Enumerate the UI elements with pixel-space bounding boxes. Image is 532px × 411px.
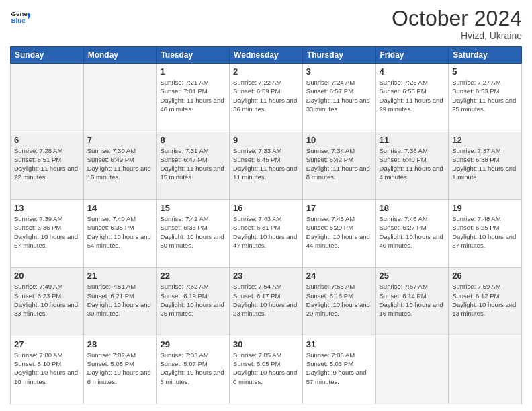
header: General Blue October 2024 Hvizd, Ukraine: [10, 7, 522, 41]
calendar-cell: 15Sunrise: 7:42 AMSunset: 6:33 PMDayligh…: [157, 199, 230, 267]
day-info: Sunrise: 7:52 AMSunset: 6:19 PMDaylight:…: [160, 282, 226, 318]
day-number: 29: [160, 339, 226, 349]
calendar-cell: 20Sunrise: 7:49 AMSunset: 6:23 PMDayligh…: [11, 268, 84, 336]
weekday-header-tuesday: Tuesday: [157, 47, 230, 64]
calendar-cell: 4Sunrise: 7:25 AMSunset: 6:55 PMDaylight…: [375, 64, 449, 132]
day-number: 8: [160, 135, 226, 145]
calendar-cell: 2Sunrise: 7:22 AMSunset: 6:59 PMDaylight…: [230, 64, 303, 132]
day-number: 4: [380, 66, 445, 77]
calendar-cell: 11Sunrise: 7:36 AMSunset: 6:40 PMDayligh…: [375, 132, 449, 199]
calendar-cell: 21Sunrise: 7:51 AMSunset: 6:21 PMDayligh…: [83, 268, 157, 336]
calendar-cell: 1Sunrise: 7:21 AMSunset: 7:01 PMDaylight…: [157, 64, 230, 132]
calendar-cell: 27Sunrise: 7:00 AMSunset: 5:10 PMDayligh…: [11, 336, 84, 404]
day-info: Sunrise: 7:59 AMSunset: 6:12 PMDaylight:…: [452, 282, 518, 318]
day-number: 22: [160, 271, 226, 281]
calendar-cell: 26Sunrise: 7:59 AMSunset: 6:12 PMDayligh…: [449, 268, 522, 336]
weekday-header-saturday: Saturday: [449, 47, 522, 64]
calendar-cell: 29Sunrise: 7:03 AMSunset: 5:07 PMDayligh…: [157, 336, 230, 404]
calendar-table: SundayMondayTuesdayWednesdayThursdayFrid…: [10, 46, 522, 404]
day-info: Sunrise: 7:28 AMSunset: 6:51 PMDaylight:…: [14, 146, 80, 182]
day-number: 31: [306, 339, 372, 349]
logo: General Blue: [10, 7, 30, 27]
day-info: Sunrise: 7:24 AMSunset: 6:57 PMDaylight:…: [306, 78, 372, 113]
day-info: Sunrise: 7:40 AMSunset: 6:35 PMDaylight:…: [87, 214, 153, 250]
calendar-cell: 3Sunrise: 7:24 AMSunset: 6:57 PMDaylight…: [302, 64, 375, 132]
day-number: 11: [380, 135, 445, 145]
day-info: Sunrise: 7:45 AMSunset: 6:29 PMDaylight:…: [306, 214, 372, 250]
calendar-cell: 24Sunrise: 7:55 AMSunset: 6:16 PMDayligh…: [302, 268, 375, 336]
day-number: 5: [452, 66, 518, 77]
day-number: 7: [87, 135, 153, 145]
page: General Blue October 2024 Hvizd, Ukraine…: [0, 0, 532, 411]
calendar-cell: 18Sunrise: 7:46 AMSunset: 6:27 PMDayligh…: [375, 199, 449, 267]
calendar-cell: 14Sunrise: 7:40 AMSunset: 6:35 PMDayligh…: [83, 199, 157, 267]
day-info: Sunrise: 7:42 AMSunset: 6:33 PMDaylight:…: [160, 214, 226, 250]
day-info: Sunrise: 7:36 AMSunset: 6:40 PMDaylight:…: [380, 146, 445, 182]
day-number: 2: [233, 66, 299, 77]
day-number: 28: [87, 339, 153, 349]
day-info: Sunrise: 7:05 AMSunset: 5:05 PMDaylight:…: [233, 351, 299, 386]
day-number: 21: [87, 271, 153, 281]
day-info: Sunrise: 7:22 AMSunset: 6:59 PMDaylight:…: [233, 78, 299, 113]
calendar-cell: 19Sunrise: 7:48 AMSunset: 6:25 PMDayligh…: [449, 199, 522, 267]
calendar-cell: [83, 64, 157, 132]
calendar-cell: 17Sunrise: 7:45 AMSunset: 6:29 PMDayligh…: [302, 199, 375, 267]
day-info: Sunrise: 7:37 AMSunset: 6:38 PMDaylight:…: [452, 146, 518, 182]
day-number: 19: [452, 203, 518, 213]
day-number: 17: [306, 203, 372, 213]
calendar-cell: 16Sunrise: 7:43 AMSunset: 6:31 PMDayligh…: [230, 199, 303, 267]
calendar-cell: 22Sunrise: 7:52 AMSunset: 6:19 PMDayligh…: [157, 268, 230, 336]
day-info: Sunrise: 7:06 AMSunset: 5:03 PMDaylight:…: [306, 351, 372, 386]
calendar-cell: 9Sunrise: 7:33 AMSunset: 6:45 PMDaylight…: [230, 132, 303, 199]
calendar-cell: 23Sunrise: 7:54 AMSunset: 6:17 PMDayligh…: [230, 268, 303, 336]
title-block: October 2024 Hvizd, Ukraine: [392, 7, 522, 41]
day-number: 3: [306, 66, 372, 77]
day-info: Sunrise: 7:00 AMSunset: 5:10 PMDaylight:…: [14, 351, 80, 386]
day-number: 18: [380, 203, 445, 213]
day-number: 26: [452, 271, 518, 281]
day-info: Sunrise: 7:03 AMSunset: 5:07 PMDaylight:…: [160, 351, 226, 386]
svg-text:General: General: [11, 10, 31, 17]
calendar-cell: 31Sunrise: 7:06 AMSunset: 5:03 PMDayligh…: [302, 336, 375, 404]
day-info: Sunrise: 7:31 AMSunset: 6:47 PMDaylight:…: [160, 146, 226, 182]
day-info: Sunrise: 7:02 AMSunset: 5:08 PMDaylight:…: [87, 351, 153, 386]
day-number: 10: [306, 135, 372, 145]
calendar-cell: 7Sunrise: 7:30 AMSunset: 6:49 PMDaylight…: [83, 132, 157, 199]
day-number: 25: [380, 271, 445, 281]
weekday-header-thursday: Thursday: [302, 47, 375, 64]
calendar-cell: 10Sunrise: 7:34 AMSunset: 6:42 PMDayligh…: [302, 132, 375, 199]
weekday-header-friday: Friday: [375, 47, 449, 64]
day-number: 6: [14, 135, 80, 145]
day-info: Sunrise: 7:46 AMSunset: 6:27 PMDaylight:…: [380, 214, 445, 250]
calendar-cell: [11, 64, 84, 132]
day-number: 15: [160, 203, 226, 213]
day-info: Sunrise: 7:43 AMSunset: 6:31 PMDaylight:…: [233, 214, 299, 250]
svg-text:Blue: Blue: [11, 17, 26, 24]
day-number: 30: [233, 339, 299, 349]
day-info: Sunrise: 7:39 AMSunset: 6:36 PMDaylight:…: [14, 214, 80, 250]
day-number: 24: [306, 271, 372, 281]
generalblue-logo-icon: General Blue: [10, 7, 30, 27]
day-number: 14: [87, 203, 153, 213]
calendar-cell: 13Sunrise: 7:39 AMSunset: 6:36 PMDayligh…: [11, 199, 84, 267]
day-number: 9: [233, 135, 299, 145]
day-info: Sunrise: 7:33 AMSunset: 6:45 PMDaylight:…: [233, 146, 299, 182]
calendar-cell: 8Sunrise: 7:31 AMSunset: 6:47 PMDaylight…: [157, 132, 230, 199]
day-info: Sunrise: 7:25 AMSunset: 6:55 PMDaylight:…: [380, 78, 445, 113]
day-info: Sunrise: 7:57 AMSunset: 6:14 PMDaylight:…: [380, 282, 445, 318]
subtitle: Hvizd, Ukraine: [392, 30, 522, 41]
day-number: 1: [160, 66, 226, 77]
calendar-cell: [375, 336, 449, 404]
calendar-cell: 25Sunrise: 7:57 AMSunset: 6:14 PMDayligh…: [375, 268, 449, 336]
calendar-cell: 12Sunrise: 7:37 AMSunset: 6:38 PMDayligh…: [449, 132, 522, 199]
day-number: 27: [14, 339, 80, 349]
day-info: Sunrise: 7:27 AMSunset: 6:53 PMDaylight:…: [452, 78, 518, 113]
calendar-cell: 30Sunrise: 7:05 AMSunset: 5:05 PMDayligh…: [230, 336, 303, 404]
day-info: Sunrise: 7:34 AMSunset: 6:42 PMDaylight:…: [306, 146, 372, 182]
weekday-header-sunday: Sunday: [11, 47, 84, 64]
weekday-header-monday: Monday: [83, 47, 157, 64]
weekday-header-wednesday: Wednesday: [230, 47, 303, 64]
day-info: Sunrise: 7:30 AMSunset: 6:49 PMDaylight:…: [87, 146, 153, 182]
day-number: 13: [14, 203, 80, 213]
day-number: 20: [14, 271, 80, 281]
